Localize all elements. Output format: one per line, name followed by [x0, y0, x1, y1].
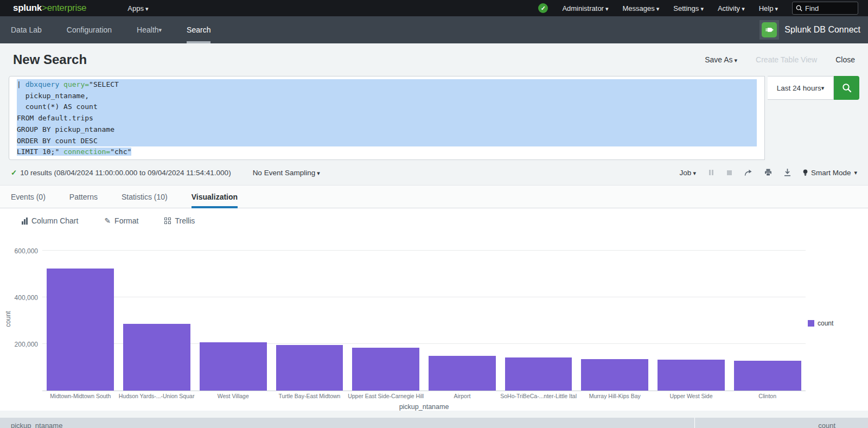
- find-input[interactable]: [805, 4, 848, 12]
- x-axis-title: pickup_ntaname: [42, 403, 806, 411]
- chart-bar-clinton[interactable]: [734, 361, 801, 391]
- tab-events-0[interactable]: Events (0): [11, 186, 46, 208]
- splunk-logo[interactable]: splunk>enterprise: [13, 3, 86, 14]
- chart-type-picker[interactable]: Column Chart: [22, 216, 78, 225]
- legend-item[interactable]: count: [808, 320, 833, 327]
- search-icon: [796, 5, 802, 11]
- page-title: New Search: [13, 52, 87, 67]
- query-line-text: GROUP BY pickup_ntaname: [17, 124, 757, 136]
- x-axis-label: SoHo-TriBeCa-...nter-Little Italy: [500, 393, 577, 399]
- nav-item-data-lab[interactable]: Data Lab: [11, 16, 42, 43]
- apps-menu[interactable]: Apps: [127, 4, 148, 12]
- topbar-menus: AdministratorMessagesSettingsActivityHel…: [562, 4, 778, 12]
- y-tick-label: 400,000: [15, 294, 38, 302]
- chart-bar-turtle-bay-east-midtown[interactable]: [276, 345, 343, 391]
- menu-settings[interactable]: Settings: [673, 4, 704, 12]
- chart-bar-hudson-yards-union-square[interactable]: [123, 324, 190, 391]
- app-nav-bar: Data LabConfigurationHealthSearch Splunk…: [0, 16, 868, 43]
- tab-visualization[interactable]: Visualization: [192, 186, 238, 208]
- time-range-picker[interactable]: Last 24 hours: [768, 76, 834, 100]
- find-box[interactable]: [792, 2, 858, 15]
- share-icon[interactable]: [744, 169, 752, 176]
- app-title[interactable]: Splunk DB Connect: [784, 25, 860, 35]
- query-token: "chc": [110, 148, 131, 156]
- chart-bar-west-village[interactable]: [200, 342, 267, 391]
- stop-icon: [726, 170, 732, 176]
- x-axis-label: Upper West Side: [653, 393, 730, 399]
- nav-item-search[interactable]: Search: [187, 16, 210, 43]
- search-mode-label: Smart Mode: [811, 169, 851, 177]
- download-icon[interactable]: [784, 169, 791, 176]
- close-button[interactable]: Close: [835, 55, 855, 64]
- statistics-table-header: pickup_ntanamecount: [0, 418, 868, 428]
- menu-messages[interactable]: Messages: [623, 4, 660, 12]
- menu-administrator[interactable]: Administrator: [562, 4, 608, 12]
- query-token: LIMIT 10;": [17, 148, 63, 156]
- query-token: FROM default.trips: [17, 114, 93, 122]
- nav-item-configuration[interactable]: Configuration: [67, 16, 112, 43]
- query-token: count(*) AS count: [17, 103, 98, 111]
- chart-legend: count: [806, 247, 868, 391]
- lightbulb-icon: [803, 169, 808, 176]
- pencil-icon: ✎: [104, 216, 111, 225]
- chart-panel: count 200,000400,000600,000 Midtown-Midt…: [0, 233, 868, 411]
- query-token: pickup_ntaname,: [17, 92, 89, 100]
- chart-bar-upper-east-side-carnegie-hill[interactable]: [352, 348, 419, 391]
- x-axis-label: West Village: [195, 393, 271, 399]
- x-axis-label: Hudson Yards-...-Union Square: [119, 393, 195, 399]
- tab-statistics-10[interactable]: Statistics (10): [122, 186, 168, 208]
- chart-bar-upper-west-side[interactable]: [658, 360, 725, 391]
- results-check-icon: ✓: [11, 168, 17, 177]
- health-status-icon[interactable]: [538, 3, 548, 13]
- event-sampling-menu[interactable]: No Event Sampling: [253, 169, 320, 177]
- x-axis-labels: Midtown-Midtown SouthHudson Yards-...-Un…: [42, 393, 806, 399]
- tab-patterns[interactable]: Patterns: [69, 186, 98, 208]
- results-bar: ✓ 10 results (08/04/2024 11:00:00.000 to…: [0, 160, 868, 185]
- query-line-1: | dbxquery query="SELECT: [17, 79, 757, 91]
- format-button[interactable]: ✎ Format: [104, 216, 138, 225]
- logo-product: enterprise: [47, 3, 87, 13]
- query-line-3: count(*) AS count: [17, 101, 757, 113]
- chart-bar-airport[interactable]: [429, 356, 496, 391]
- db-connect-icon[interactable]: [760, 20, 779, 40]
- query-token: connection=: [63, 148, 110, 156]
- legend-label: count: [818, 320, 833, 327]
- query-line-text: | dbxquery query="SELECT: [17, 79, 757, 91]
- menu-activity[interactable]: Activity: [718, 4, 745, 12]
- chart-bar-soho-tribeca-nter-little-italy[interactable]: [505, 357, 572, 391]
- column-header-count[interactable]: count: [694, 418, 868, 428]
- query-line-text: FROM default.trips: [17, 113, 757, 124]
- column-header-pickup-ntaname[interactable]: pickup_ntaname: [0, 418, 694, 428]
- column-chart-icon: [22, 218, 28, 225]
- query-token: "SELECT: [89, 80, 119, 88]
- trellis-icon: [164, 218, 171, 224]
- plug-icon: [764, 25, 774, 35]
- chart-bar-slot: [653, 247, 730, 391]
- print-icon[interactable]: [764, 169, 772, 176]
- chart-bar-slot: [500, 247, 577, 391]
- run-search-button[interactable]: [834, 76, 859, 100]
- search-icon: [842, 83, 852, 93]
- save-as-button[interactable]: Save As: [705, 55, 737, 64]
- result-tabs: Events (0)PatternsStatistics (10)Visuali…: [0, 185, 868, 208]
- chart-bar-murray-hill-kips-bay[interactable]: [581, 359, 648, 391]
- query-line-text: LIMIT 10;" connection="chc": [17, 148, 131, 156]
- query-line-text: pickup_ntaname,: [17, 91, 757, 102]
- nav-item-health[interactable]: Health: [137, 16, 162, 43]
- visualization-toolbar: Column Chart ✎ Format Trellis: [0, 208, 868, 233]
- x-axis-label: Murray Hill-Kips Bay: [577, 393, 653, 399]
- query-line-text: ORDER BY count DESC: [17, 136, 757, 147]
- y-axis-title: count: [4, 247, 12, 391]
- trellis-button[interactable]: Trellis: [164, 216, 195, 225]
- app-nav-items: Data LabConfigurationHealthSearch: [11, 16, 210, 43]
- y-axis-ticks: 200,000400,000600,000: [12, 247, 42, 391]
- menu-help[interactable]: Help: [759, 4, 778, 12]
- chart-bar-slot: [271, 247, 348, 391]
- job-menu[interactable]: Job: [680, 169, 696, 177]
- chart-bar-midtown-midtown-south[interactable]: [47, 269, 114, 391]
- search-mode-menu[interactable]: Smart Mode: [803, 169, 857, 177]
- search-query-editor[interactable]: | dbxquery query="SELECT pickup_ntaname,…: [9, 76, 765, 160]
- x-axis-label: Midtown-Midtown South: [42, 393, 119, 399]
- chart-plot-area: [42, 247, 806, 391]
- query-line-4: FROM default.trips: [17, 113, 757, 124]
